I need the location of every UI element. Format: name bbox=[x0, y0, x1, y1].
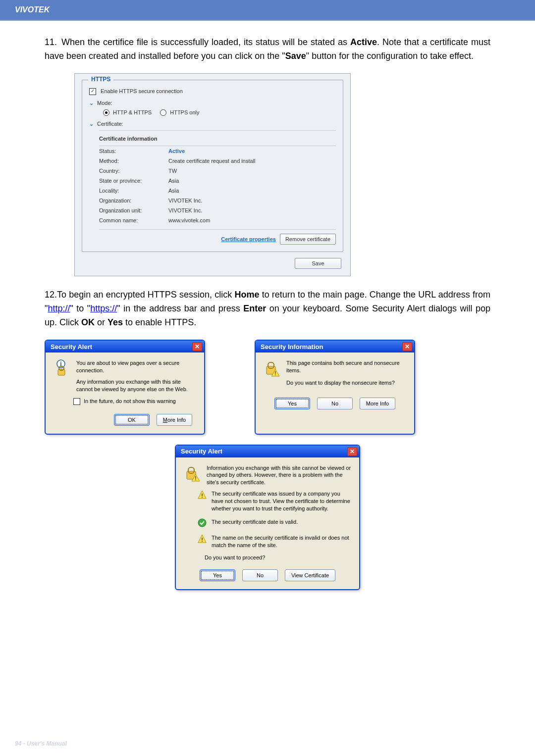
dialog-titlebar: Security Alert ✕ bbox=[46, 341, 204, 353]
certificate-row: ⌄ Certificate: bbox=[89, 121, 336, 127]
lock-warning-icon: ! bbox=[264, 359, 280, 387]
proceed-text: Do you want to proceed? bbox=[205, 554, 351, 560]
step-number: 12. bbox=[45, 290, 57, 300]
dialog-body-text: You are about to view pages over a secur… bbox=[76, 359, 196, 393]
save-button[interactable]: Save bbox=[295, 258, 341, 269]
step-11-text: 11.When the certifice file is successful… bbox=[45, 36, 490, 63]
https-fieldset: HTTPS ✓ Enable HTTPS secure connection ⌄… bbox=[82, 80, 343, 252]
mode-options: HTTP & HTTPS HTTPS only bbox=[103, 109, 336, 116]
cert-valid-row: The security certificate date is valid. bbox=[198, 518, 351, 528]
radio-http-https[interactable] bbox=[103, 109, 109, 116]
cert-row-value: www.vivotek.com bbox=[168, 217, 336, 223]
more-info-button[interactable]: More Info bbox=[360, 398, 395, 409]
save-row: Save bbox=[82, 252, 343, 269]
svg-text:!: ! bbox=[201, 537, 203, 543]
dialog-buttons: Yes No More Info bbox=[264, 394, 406, 410]
cert-row-value: TW bbox=[168, 168, 336, 174]
https-legend: HTTPS bbox=[88, 76, 113, 83]
dialog-title: Security Alert bbox=[181, 448, 222, 455]
certificate-label: Certificate: bbox=[97, 121, 123, 127]
cert-row-label: Method: bbox=[99, 158, 168, 164]
yes-button[interactable]: Yes bbox=[274, 398, 310, 409]
cert-info-header: Certificate information bbox=[99, 130, 336, 146]
enable-row: ✓ Enable HTTPS secure connection bbox=[89, 88, 336, 95]
lock-warning-icon: ! bbox=[184, 464, 201, 487]
cert-info-row: State or province:Asia bbox=[99, 176, 336, 186]
chevron-down-icon[interactable]: ⌄ bbox=[89, 100, 94, 106]
cert-row-value: VIVOTEK Inc. bbox=[168, 198, 336, 203]
ok-button[interactable]: OK bbox=[114, 414, 150, 426]
cert-row-label: Country: bbox=[99, 168, 168, 174]
cert-info-row: Method:Create certificate request and in… bbox=[99, 156, 336, 166]
manual-page: VIVOTEK 11.When the certifice file is su… bbox=[0, 0, 535, 756]
certificate-info-table: Certificate information Status:ActiveMet… bbox=[99, 130, 336, 245]
chevron-down-icon[interactable]: ⌄ bbox=[89, 121, 94, 127]
no-button[interactable]: No bbox=[242, 569, 278, 581]
dialog-row: Security Alert ✕ i You are about to view… bbox=[45, 340, 490, 434]
step-12-text: 12.To begin an encrypted HTTPS session, … bbox=[45, 288, 490, 330]
cert-row-value: Create certificate request and install bbox=[168, 158, 336, 164]
svg-text:!: ! bbox=[195, 476, 196, 481]
more-info-button[interactable]: More Info bbox=[157, 414, 192, 426]
svg-text:!: ! bbox=[201, 493, 203, 499]
cert-actions-row: Certificate properties Remove certificat… bbox=[99, 229, 336, 245]
mode-opt2-label: HTTPS only bbox=[170, 109, 199, 115]
cert-row-value: Active bbox=[168, 148, 336, 154]
page-footer: 94 - User's Manual bbox=[15, 740, 67, 747]
security-alert-dialog-1: Security Alert ✕ i You are about to view… bbox=[45, 340, 205, 434]
mode-opt1-label: HTTP & HTTPS bbox=[113, 109, 152, 115]
enable-checkbox[interactable]: ✓ bbox=[89, 88, 96, 95]
cert-row-label: Organization unit: bbox=[99, 207, 168, 213]
dialog-intro-text: Information you exchange with this site … bbox=[207, 464, 351, 487]
cert-row-label: Locality: bbox=[99, 188, 168, 194]
radio-https-only[interactable] bbox=[160, 109, 166, 116]
enable-label: Enable HTTPS secure connection bbox=[101, 88, 183, 94]
cert-issue-row: ! The security certificate was issued by… bbox=[198, 490, 351, 512]
dialog-titlebar: Security Alert ✕ bbox=[176, 446, 359, 457]
security-information-dialog: Security Information ✕ ! This page conta… bbox=[255, 340, 415, 434]
cert-info-row: Locality:Asia bbox=[99, 186, 336, 196]
dont-show-checkbox[interactable] bbox=[73, 398, 80, 405]
dialog-buttons: OK More Info bbox=[54, 410, 196, 427]
cert-row-label: Organization: bbox=[99, 198, 168, 203]
view-certificate-button[interactable]: View Certificate bbox=[285, 569, 335, 581]
step-number: 11. bbox=[45, 36, 61, 50]
dialog-checkbox-row: In the future, do not show this warning bbox=[73, 398, 196, 405]
lock-info-icon: i bbox=[54, 359, 70, 393]
cert-row-value: VIVOTEK Inc. bbox=[168, 207, 336, 213]
yes-button[interactable]: Yes bbox=[200, 569, 235, 581]
dialog-body-text: This page contains both secure and nonse… bbox=[286, 359, 406, 387]
check-ok-icon bbox=[198, 518, 207, 528]
cert-row-label: State or province: bbox=[99, 178, 168, 184]
cert-row-value: Asia bbox=[168, 188, 336, 194]
cert-info-row: Organization unit:VIVOTEK Inc. bbox=[99, 205, 336, 215]
dialog-titlebar: Security Information ✕ bbox=[256, 341, 414, 353]
mode-row: ⌄ Mode: bbox=[89, 100, 336, 106]
cert-info-row: Country:TW bbox=[99, 166, 336, 176]
mode-label: Mode: bbox=[97, 100, 112, 106]
brand-header: VIVOTEK bbox=[0, 0, 535, 20]
dialog-title: Security Information bbox=[261, 343, 323, 351]
warning-icon: ! bbox=[198, 490, 207, 512]
cert-row-label: Common name: bbox=[99, 217, 168, 223]
close-icon[interactable]: ✕ bbox=[347, 447, 357, 456]
certificate-properties-link[interactable]: Certificate properties bbox=[221, 236, 276, 242]
cert-row-label: Status: bbox=[99, 148, 168, 154]
security-alert-dialog-2: Security Alert ✕ ! Information you excha… bbox=[175, 445, 360, 591]
svg-point-14 bbox=[198, 519, 206, 527]
cert-row-value: Asia bbox=[168, 178, 336, 184]
cert-info-row: Organization:VIVOTEK Inc. bbox=[99, 196, 336, 205]
https-panel-screenshot: HTTPS ✓ Enable HTTPS secure connection ⌄… bbox=[74, 73, 351, 277]
close-icon[interactable]: ✕ bbox=[402, 342, 412, 351]
page-content: 11.When the certifice file is successful… bbox=[0, 21, 535, 605]
cert-name-row: ! The name on the security certificate i… bbox=[198, 534, 351, 549]
warning-icon: ! bbox=[198, 534, 207, 549]
brand-text: VIVOTEK bbox=[15, 5, 50, 14]
close-icon[interactable]: ✕ bbox=[192, 342, 202, 351]
dialog-buttons: Yes No View Certificate bbox=[184, 565, 351, 582]
no-button[interactable]: No bbox=[317, 398, 353, 409]
remove-certificate-button[interactable]: Remove certificate bbox=[280, 234, 336, 245]
svg-text:!: ! bbox=[274, 371, 276, 376]
cert-info-row: Status:Active bbox=[99, 146, 336, 156]
dialog-title: Security Alert bbox=[51, 343, 92, 351]
